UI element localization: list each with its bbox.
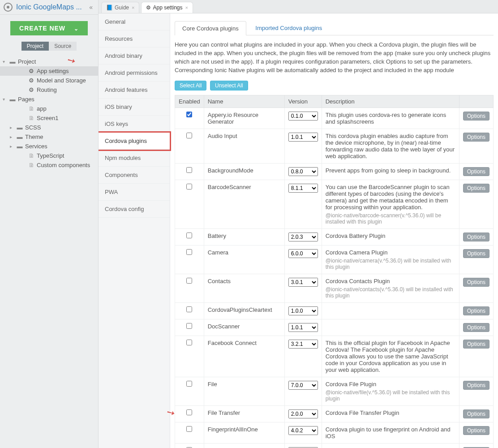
enable-checkbox[interactable] [186,278,192,284]
settings-nav-cordova-plugins[interactable]: Cordova plugins [99,133,170,150]
enable-checkbox[interactable] [186,233,192,238]
collapse-sidebar-icon[interactable]: « [87,2,94,13]
plugin-name: CordovaPluginsCleartext [204,303,284,319]
enable-checkbox[interactable] [186,323,192,329]
tab-guide[interactable]: 📘Guide× [101,2,139,13]
settings-nav-pwa[interactable]: PWA [99,184,170,201]
plugin-name: FingerprintAllInOne [204,422,284,444]
enable-checkbox[interactable] [186,306,192,312]
plugin-note: @ionic-native/contacts(v.^5.36.0) will b… [326,286,455,299]
plugin-description: This is the official plugin for Facebook… [322,336,459,377]
enable-checkbox[interactable] [186,409,192,415]
tree-item-services[interactable]: ▸▬Services [0,142,98,151]
folder-icon: ▬ [16,143,23,150]
plugin-note: @ionic-native/file(v.^5.36.0) will be in… [326,389,455,402]
options-button[interactable]: Options [463,278,489,287]
tree-item-routing[interactable]: ⚙Routing [0,85,98,95]
chevron-down-icon: ⌄ [74,26,79,32]
tree-item-theme[interactable]: ▸▬Theme [0,132,98,142]
options-button[interactable]: Options [463,112,489,121]
tree-item-screen1[interactable]: 🗎Screen1 [0,113,98,123]
tree-label: Theme [25,134,43,140]
tree-item-model-and-storage[interactable]: ⚙Model and Storage [0,76,98,85]
version-select[interactable]: 1.0.0 [288,306,318,315]
settings-nav-resources[interactable]: Resources [99,30,170,47]
version-select[interactable]: 4.0.2 [288,426,318,435]
project-tree: ▾▬Project⚙App settings⚙Model and Storage… [0,55,98,172]
plugin-row: Battery2.0.3Cordova Battery PluginOption… [175,229,494,246]
tree-item-custom-components[interactable]: 🗎Custom components [0,160,98,170]
tab-core-plugins[interactable]: Core Cordova plugins [175,21,246,35]
options-button[interactable]: Options [463,409,489,418]
enable-checkbox[interactable] [186,426,192,432]
main-panel: Core Cordova plugins Imported Cordova pl… [170,13,498,448]
tree-item-app-settings[interactable]: ⚙App settings [0,66,98,76]
tree-label: Project [18,58,36,65]
settings-nav-android-features[interactable]: Android features [99,82,170,99]
plugin-description: Cordova plugin to use fingerprint on And… [322,422,459,444]
enable-checkbox[interactable] [186,167,192,173]
settings-nav-components[interactable]: Components [99,167,170,184]
settings-nav-npm-modules[interactable]: Npm modules [99,150,170,167]
enable-checkbox[interactable] [186,340,192,345]
version-select[interactable]: 1.0.1 [288,133,318,142]
enable-checkbox[interactable] [186,249,192,255]
options-button[interactable]: Options [463,133,489,142]
unselect-all-button[interactable]: Unselect All [210,81,248,90]
tab-app-settings[interactable]: ⚙App settings× [141,2,193,13]
select-all-button[interactable]: Select All [175,81,206,90]
tree-item-pages[interactable]: ▾▬Pages [0,95,98,104]
options-button[interactable]: Options [463,306,489,315]
plugin-row: Contacts3.0.1Cordova Contacts Plugin@ion… [175,274,494,303]
create-new-button[interactable]: CREATE NEW ⌄ [10,21,88,35]
tree-item-app[interactable]: 🗎app [0,104,98,113]
plugin-note: @ionic-native/barcode-scanner(v.^5.36.0)… [326,212,455,225]
plugin-name: File Transfer [204,406,284,422]
tree-item-scss[interactable]: ▸▬SCSS [0,123,98,132]
version-select[interactable]: 6.0.0 [288,249,318,258]
plugin-name: FirebaseAnalyticsPlugin [204,444,284,448]
version-select[interactable]: 2.0.3 [288,233,318,241]
tree-label: Routing [37,86,57,93]
close-icon[interactable]: × [185,5,188,10]
enable-checkbox[interactable] [186,381,192,387]
plugin-name: DocScanner [204,319,284,336]
version-select[interactable]: 0.8.0 [288,167,318,176]
settings-nav-cordova-config[interactable]: Cordova config [99,201,170,218]
enable-checkbox[interactable] [186,184,192,190]
close-icon[interactable]: × [132,5,134,10]
view-source-tab[interactable]: Source [49,42,77,51]
options-button[interactable]: Options [463,323,489,332]
version-select[interactable]: 3.2.1 [288,340,318,349]
settings-nav-android-permissions[interactable]: Android permissions [99,65,170,82]
settings-nav-ios-keys[interactable]: iOS keys [99,116,170,133]
version-select[interactable]: 8.1.1 [288,184,318,193]
tree-item-project[interactable]: ▾▬Project [0,57,98,66]
th-version: Version [284,95,322,108]
version-select[interactable]: 1.0.1 [288,323,318,332]
view-project-tab[interactable]: Project [21,42,49,51]
options-button[interactable]: Options [463,426,489,435]
plugin-description [322,319,459,336]
version-select[interactable]: 7.0.0 [288,381,318,390]
enable-checkbox[interactable] [186,112,192,117]
settings-nav-ios-binary[interactable]: iOS binary [99,99,170,116]
intro-line: Corresponding Ionic Native plugins will … [175,66,494,75]
version-select[interactable]: 0.1.0 [288,112,318,121]
options-button[interactable]: Options [463,249,489,258]
caret-icon: ▸ [10,134,16,139]
options-button[interactable]: Options [463,340,489,349]
tab-imported-plugins[interactable]: Imported Cordova plugins [248,21,330,35]
tab-label: Guide [115,4,129,11]
options-button[interactable]: Options [463,184,489,193]
options-button[interactable]: Options [463,233,489,241]
version-select[interactable]: 2.0.0 [288,409,318,418]
tree-item-typescript[interactable]: 🗎TypeScript [0,151,98,160]
version-select[interactable]: 3.0.1 [288,278,318,287]
options-button[interactable]: Options [463,167,489,176]
settings-nav-android-binary[interactable]: Android binary [99,47,170,65]
settings-nav-general[interactable]: General [99,13,170,30]
enable-checkbox[interactable] [186,133,192,138]
tree-label: Services [25,143,47,150]
options-button[interactable]: Options [463,381,489,390]
